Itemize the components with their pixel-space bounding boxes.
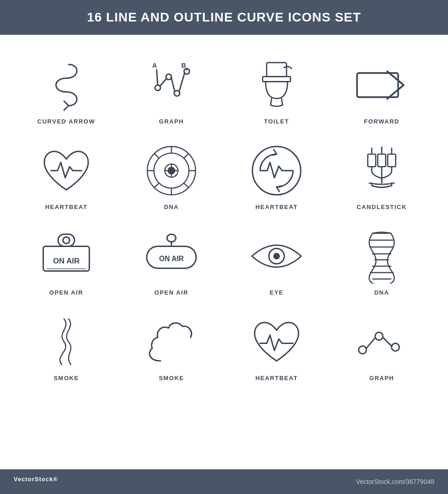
icon-grid: CURVED ARROW A B GRAPH xyxy=(18,48,430,386)
svg-line-21 xyxy=(155,154,159,158)
open-air-1-icon: ON AIR xyxy=(39,229,94,284)
svg-point-50 xyxy=(273,253,280,259)
list-item: SMOKE xyxy=(18,305,114,386)
icon-label: TOILET xyxy=(264,118,289,125)
svg-rect-38 xyxy=(388,154,395,166)
footer: VectorStock® VectorStock.com/36779048 xyxy=(0,469,448,494)
list-item: HEARTBEAT xyxy=(18,134,114,215)
eye-icon xyxy=(249,229,304,284)
icon-label: GRAPH xyxy=(369,375,394,381)
icon-label: GRAPH xyxy=(159,118,184,125)
list-item: ON AIR OPEN AIR xyxy=(18,220,114,301)
svg-point-25 xyxy=(168,167,175,174)
header: 16 LINE AND OUTLINE CURVE ICONS SET xyxy=(0,0,448,35)
svg-text:ON AIR: ON AIR xyxy=(53,257,80,265)
icon-label: HEARTBEAT xyxy=(256,204,298,210)
list-item: ON AIR OPEN AIR xyxy=(123,220,219,301)
footer-url: VectorStock.com/36779048 xyxy=(356,478,434,485)
graph-icon: A B xyxy=(144,58,199,113)
dna-helix-icon xyxy=(354,229,409,284)
svg-line-63 xyxy=(383,337,391,346)
list-item: SMOKE xyxy=(123,305,219,386)
list-item: HEARTBEAT xyxy=(229,305,325,386)
svg-line-7 xyxy=(171,78,175,91)
smoke-2-icon xyxy=(144,314,199,369)
svg-point-60 xyxy=(375,333,383,340)
dna-circle-icon xyxy=(144,143,199,198)
heartbeat-circle-icon xyxy=(249,143,304,198)
icon-label: CURVED ARROW xyxy=(37,118,95,125)
list-item: FORWARD xyxy=(334,48,430,129)
brand-symbol: ® xyxy=(53,476,58,483)
heartbeat-icon xyxy=(39,143,94,198)
icon-label: DNA xyxy=(374,289,389,296)
svg-point-59 xyxy=(359,346,367,354)
svg-rect-40 xyxy=(58,234,75,246)
open-air-2-icon: ON AIR xyxy=(144,229,199,284)
forward-icon xyxy=(354,58,409,113)
icon-label: DNA xyxy=(164,204,179,210)
svg-line-6 xyxy=(160,79,166,86)
list-item: DNA xyxy=(123,134,219,215)
smoke-1-icon xyxy=(39,314,94,369)
list-item: CANDLESTICK xyxy=(334,134,430,215)
icon-label: CANDLESTICK xyxy=(357,204,407,210)
svg-text:B: B xyxy=(181,62,186,69)
icon-label: FORWARD xyxy=(364,118,399,125)
svg-point-45 xyxy=(167,234,176,242)
svg-point-41 xyxy=(63,237,69,243)
list-item: GRAPH xyxy=(334,305,430,386)
list-item: EYE xyxy=(229,220,325,301)
icon-label: OPEN AIR xyxy=(49,289,83,296)
candlestick-icon xyxy=(354,143,409,198)
page-title: 16 LINE AND OUTLINE CURVE ICONS SET xyxy=(0,0,448,35)
icon-label: SMOKE xyxy=(159,375,184,381)
list-item: TOILET xyxy=(229,48,325,129)
list-item: A B GRAPH xyxy=(123,48,219,129)
graph-2-icon xyxy=(354,314,409,369)
svg-line-23 xyxy=(184,154,189,158)
heartbeat-3-icon xyxy=(249,314,304,369)
icon-label: HEARTBEAT xyxy=(256,375,298,381)
svg-line-8 xyxy=(179,73,185,92)
icon-grid-container: CURVED ARROW A B GRAPH xyxy=(0,35,448,391)
svg-text:A: A xyxy=(152,62,157,69)
icon-label: OPEN AIR xyxy=(155,289,188,296)
icon-label: EYE xyxy=(270,289,284,296)
svg-rect-13 xyxy=(357,73,398,97)
svg-line-24 xyxy=(155,183,159,188)
icon-label: HEARTBEAT xyxy=(45,204,88,210)
svg-line-22 xyxy=(184,183,189,188)
svg-rect-12 xyxy=(262,76,290,81)
svg-text:ON AIR: ON AIR xyxy=(159,255,184,263)
svg-point-61 xyxy=(392,344,400,351)
svg-rect-32 xyxy=(368,154,375,166)
svg-line-9 xyxy=(157,70,158,85)
list-item: HEARTBEAT xyxy=(229,134,325,215)
list-item: DNA xyxy=(334,220,430,301)
icon-label: SMOKE xyxy=(53,375,79,381)
brand-name: VectorStock® xyxy=(14,476,58,488)
svg-rect-35 xyxy=(378,154,385,166)
curved-arrow-icon xyxy=(39,58,94,113)
svg-line-62 xyxy=(366,338,375,349)
svg-rect-11 xyxy=(267,63,287,77)
list-item: CURVED ARROW xyxy=(18,48,114,129)
toilet-icon xyxy=(249,58,304,113)
